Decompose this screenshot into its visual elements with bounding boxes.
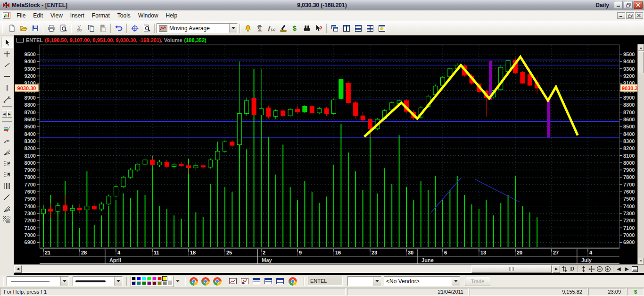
interval-combo-dropdown[interactable] [373,277,381,286]
zoom-vertical-button[interactable] [579,265,587,273]
line-weight-dropdown[interactable] [114,277,122,286]
scroll-arrows-tool[interactable]: ◀▶ [1,109,13,119]
zoom-in-button[interactable] [603,265,611,273]
color-swatch[interactable] [163,277,167,280]
horizontal-scroll-thumb[interactable] [471,265,552,273]
mdi-close-button[interactable] [635,12,643,19]
split-window-1-button[interactable] [251,276,263,287]
vendor-combo[interactable]: <No Vendor> [384,276,460,286]
tile-vertical-button[interactable] [340,23,352,34]
vertical-line-tool[interactable] [1,82,13,93]
workspace-options-button[interactable] [376,23,388,34]
cascade-windows-button[interactable] [329,23,340,34]
zoom-page-button[interactable] [140,23,152,34]
fibonacci-retracement-tool[interactable]: R [1,169,13,180]
line-style-combo[interactable] [7,276,69,286]
mdi-minimize-button[interactable] [617,12,625,19]
fibonacci-fan-tool[interactable] [1,146,13,157]
trade-button[interactable]: Trade [465,277,490,286]
horizontal-line-tool[interactable] [1,71,13,82]
periodicity-button[interactable]: D [568,265,576,273]
color-swatch[interactable] [152,281,157,285]
context-help-button[interactable]: ? [313,23,324,34]
color-swatch[interactable] [152,277,157,280]
gann-grid-tool[interactable] [1,214,13,225]
scroll-right-icon[interactable]: ▶ [7,110,12,118]
line-style-dropdown[interactable] [60,277,68,286]
print-preview-button[interactable] [57,23,69,34]
scroll-up-button[interactable]: ▲ [638,44,644,51]
pointer-tool[interactable] [1,37,13,48]
mdi-restore-button[interactable] [626,12,634,19]
symbol-field[interactable]: ENTEL [308,277,343,286]
menu-item-view[interactable]: View [47,11,66,20]
undo-button[interactable] [113,23,124,34]
indicator-builder-button[interactable]: ƒ(x) [265,23,277,34]
trendline-tool[interactable] [1,59,13,70]
save-button[interactable] [29,23,41,34]
new-button[interactable] [6,23,17,34]
color-swatch[interactable] [137,281,141,285]
crosshair-tool[interactable] [1,48,13,59]
price-projection-tool[interactable]: P [1,158,13,169]
color-swatch[interactable] [137,277,141,280]
cut-button[interactable] [73,23,85,34]
semilog-trendline-tool[interactable]: sL [1,93,13,104]
find-button[interactable] [301,23,313,34]
speed-lines-tool[interactable] [1,203,13,214]
color-swatch[interactable] [147,281,151,285]
color-swatch[interactable] [147,277,151,280]
tile-horizontal-button[interactable] [352,23,364,34]
chart-list-button[interactable] [631,265,639,273]
previous-chart-button[interactable]: ◀ [615,265,623,273]
expert-advisor-button[interactable] [254,23,265,34]
close-button[interactable] [634,1,643,9]
menu-item-help[interactable]: Help [162,11,182,20]
print-button[interactable] [45,23,57,34]
toolbar-grip[interactable] [2,24,4,33]
scroll-left-button[interactable]: ◀ [14,265,22,273]
downloader-button[interactable]: $ [289,23,301,34]
color-swatch[interactable] [168,277,172,280]
open-button[interactable] [17,23,29,34]
vendor-combo-dropdown[interactable] [452,277,460,286]
format-toolbar-grip[interactable] [3,277,5,286]
color-swatch[interactable] [157,281,162,285]
minimize-button[interactable] [614,1,623,9]
color-palette-dropdown[interactable] [174,276,181,287]
menu-item-edit[interactable]: Edit [29,11,47,20]
price-chart[interactable]: 6900690070007000710071007200720073007300… [14,44,637,264]
color-swatch[interactable] [142,281,146,285]
pan-button[interactable] [587,265,595,273]
scroll-down-button[interactable]: ▼ [638,258,644,264]
menu-item-insert[interactable]: Insert [66,11,88,20]
refresh-data-button[interactable] [560,265,568,273]
fibonacci-arc-tool[interactable] [1,135,13,146]
next-chart-button[interactable]: ▶ [623,265,631,273]
split-window-2-button[interactable] [263,276,274,287]
fibonacci-timezones-tool[interactable] [1,180,13,191]
restore-button[interactable] [624,1,633,9]
menu-item-tools[interactable]: Tools [114,11,134,20]
color-swatch[interactable] [157,277,162,280]
web-console-icon[interactable] [288,277,297,286]
paste-button[interactable] [97,23,108,34]
color-swatch[interactable] [132,277,136,280]
horizontal-scroll-track[interactable] [22,265,553,273]
menu-item-file[interactable]: File [13,11,29,20]
color-swatch[interactable] [168,281,172,285]
explorer-button[interactable] [277,23,289,34]
interval-combo[interactable] [347,276,381,286]
line-studies-tool[interactable] [1,124,13,135]
scroll-left-icon[interactable]: ◀ [2,110,7,118]
tile-grid-button[interactable] [364,23,376,34]
crosshair-button[interactable] [129,23,140,34]
vertical-scrollbar[interactable]: ▲ ▼ [637,44,644,264]
zoom-out-button[interactable] [595,265,603,273]
line-weight-combo[interactable] [73,276,123,286]
indicator-combo-dropdown[interactable] [229,24,237,33]
scroll-right-button[interactable]: ▶ [553,265,560,273]
indicator-combo[interactable]: Moving Average [157,23,238,33]
raff-regression-tool[interactable] [1,192,13,203]
power-console-icon[interactable] [189,277,198,286]
